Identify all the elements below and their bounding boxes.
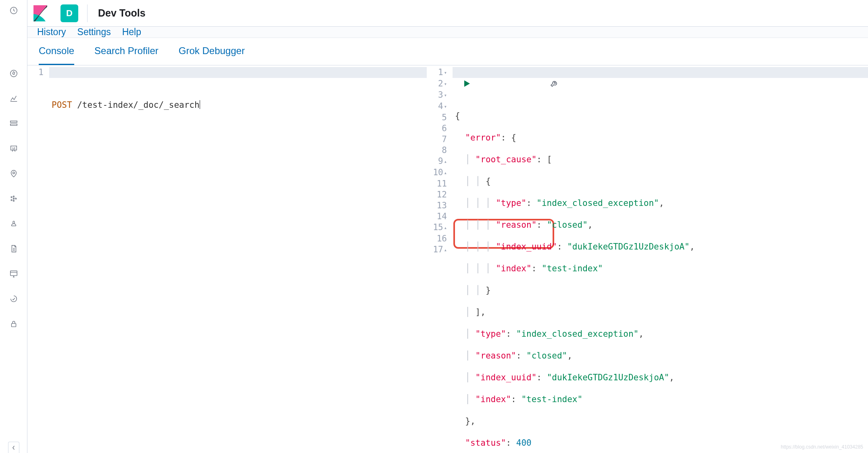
fold-icon[interactable]: ▴ xyxy=(443,159,447,164)
request-path: /test-index/_doc/_search xyxy=(72,100,200,110)
global-sidebar xyxy=(0,0,27,453)
active-line-highlight xyxy=(453,67,868,78)
request-pane[interactable]: 1 POST /test-index/_doc/_search xyxy=(27,65,427,453)
tab-search-profiler[interactable]: Search Profiler xyxy=(94,45,159,65)
text-cursor xyxy=(200,100,200,109)
line-number: 5 xyxy=(442,113,447,122)
tab-grok-debugger[interactable]: Grok Debugger xyxy=(179,45,245,65)
line-number: 6 xyxy=(442,124,447,133)
discover-icon[interactable] xyxy=(8,68,19,79)
menu-history[interactable]: History xyxy=(37,27,66,38)
line-number: 1 xyxy=(27,67,45,78)
line-number: 7 xyxy=(442,134,447,144)
fold-icon[interactable]: ▴ xyxy=(443,247,447,253)
line-number: 14 xyxy=(437,212,447,221)
active-line-highlight xyxy=(49,67,427,78)
fold-icon[interactable]: ▾ xyxy=(443,104,447,109)
line-number: 4 xyxy=(438,101,443,111)
response-pane[interactable]: 1▾ 2▾ 3▾ 4▾ 5 6 7 8 9▴ 10▴ 11 12 13 14 1… xyxy=(427,65,868,453)
topbar-divider xyxy=(87,4,88,22)
fold-icon[interactable]: ▴ xyxy=(443,170,447,176)
canvas-icon[interactable] xyxy=(8,143,19,154)
svg-point-5 xyxy=(13,172,15,174)
logs-icon[interactable] xyxy=(8,243,19,254)
maps-icon[interactable] xyxy=(8,168,19,179)
menu-settings[interactable]: Settings xyxy=(77,27,111,38)
editor-split: 1 POST /test-index/_doc/_search xyxy=(27,65,868,453)
svg-rect-3 xyxy=(10,124,17,126)
topbar: D Dev Tools xyxy=(27,0,868,27)
request-gutter: 1 xyxy=(27,65,49,453)
ml-icon[interactable] xyxy=(8,193,19,204)
line-number: 15 xyxy=(433,222,443,232)
line-number: 17 xyxy=(433,245,443,254)
visualize-icon[interactable] xyxy=(8,93,19,104)
uptime-icon[interactable] xyxy=(8,293,19,304)
line-number: 9 xyxy=(438,156,443,166)
line-number: 13 xyxy=(437,201,447,210)
collapse-icon[interactable] xyxy=(8,442,19,453)
apm-icon[interactable] xyxy=(8,268,19,279)
svg-point-10 xyxy=(13,200,14,201)
fold-icon[interactable]: ▴ xyxy=(443,225,447,231)
line-number: 11 xyxy=(437,179,447,189)
infrastructure-icon[interactable] xyxy=(8,218,19,229)
menubar: History Settings Help xyxy=(27,27,868,38)
recent-icon[interactable] xyxy=(8,5,19,16)
page-title: Dev Tools xyxy=(98,7,146,19)
line-number: 12 xyxy=(437,190,447,199)
request-code[interactable]: POST /test-index/_doc/_search xyxy=(49,65,427,453)
response-json: { "error": { │ "root_cause": [ │ │ { │ │… xyxy=(455,100,868,453)
line-number: 10 xyxy=(433,168,443,177)
tab-console[interactable]: Console xyxy=(39,45,74,65)
security-icon[interactable] xyxy=(8,318,19,329)
http-method: POST xyxy=(52,100,72,110)
line-number: 8 xyxy=(442,145,447,155)
kibana-logo[interactable] xyxy=(27,0,53,27)
svg-point-1 xyxy=(10,70,17,77)
svg-rect-13 xyxy=(11,323,16,327)
response-gutter: 1▾ 2▾ 3▾ 4▾ 5 6 7 8 9▴ 10▴ 11 12 13 14 1… xyxy=(427,65,453,453)
response-code[interactable]: { "error": { │ "root_cause": [ │ │ { │ │… xyxy=(453,65,868,453)
dashboard-icon[interactable] xyxy=(8,118,19,129)
app-badge: D xyxy=(61,4,78,22)
split-handle[interactable]: ⋮ xyxy=(426,65,428,453)
svg-rect-12 xyxy=(10,271,17,276)
svg-point-11 xyxy=(15,198,17,199)
line-number: 16 xyxy=(437,234,447,243)
svg-rect-2 xyxy=(10,121,17,123)
menu-help[interactable]: Help xyxy=(122,27,141,38)
tabs: Console Search Profiler Grok Debugger xyxy=(27,38,868,65)
